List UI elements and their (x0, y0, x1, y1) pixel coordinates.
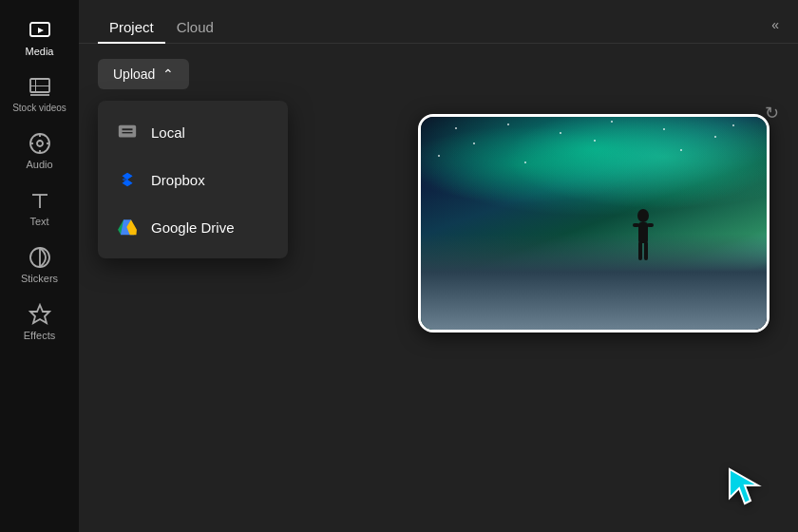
sidebar-item-effects[interactable]: Effects (0, 294, 79, 351)
cursor-arrow (722, 462, 770, 513)
tab-cloud[interactable]: Cloud (165, 11, 225, 43)
svg-rect-3 (30, 86, 49, 86)
svg-marker-16 (30, 305, 49, 323)
dropdown-item-dropbox[interactable]: Dropbox (98, 156, 288, 203)
sidebar-item-stickers[interactable]: Stickers (0, 237, 79, 294)
aurora-scene (421, 117, 767, 330)
sidebar-item-text[interactable]: Text (0, 180, 79, 237)
svg-rect-24 (633, 223, 639, 227)
chevron-up-icon: ⌃ (162, 66, 174, 82)
dropdown-item-local[interactable]: Local (98, 108, 288, 156)
svg-rect-17 (119, 125, 136, 138)
svg-rect-25 (647, 223, 654, 227)
svg-rect-4 (35, 79, 36, 92)
svg-rect-19 (123, 132, 133, 133)
svg-marker-1 (38, 28, 44, 33)
upload-dropdown: Local Dropbox Google Drive (98, 101, 288, 258)
collapse-chevron-icon[interactable]: « (771, 17, 779, 32)
person-silhouette (630, 208, 656, 270)
dropdown-item-google-drive[interactable]: Google Drive (98, 203, 288, 251)
svg-point-7 (37, 141, 43, 146)
upload-button[interactable]: Upload ⌃ (98, 59, 189, 89)
svg-rect-23 (644, 241, 648, 260)
star-field (421, 117, 767, 244)
panel-body: Upload ⌃ ↻ Local Dropbox (79, 44, 798, 104)
main-panel: Project Cloud « Upload ⌃ ↻ Local (79, 0, 798, 532)
svg-point-20 (637, 209, 649, 222)
snow-ground (421, 234, 767, 330)
sidebar-item-audio[interactable]: Audio (0, 123, 79, 180)
sidebar-item-stock-videos[interactable]: Stock videos (0, 66, 79, 123)
image-thumbnail (418, 114, 770, 332)
svg-rect-21 (638, 222, 648, 243)
tab-project[interactable]: Project (98, 11, 165, 43)
tab-header: Project Cloud « (79, 0, 798, 44)
svg-rect-18 (123, 128, 133, 130)
svg-marker-26 (730, 469, 758, 504)
sidebar-item-media[interactable]: Media (0, 10, 79, 66)
svg-rect-22 (638, 241, 642, 260)
sidebar: Media Stock videos Audio Text (0, 0, 79, 532)
